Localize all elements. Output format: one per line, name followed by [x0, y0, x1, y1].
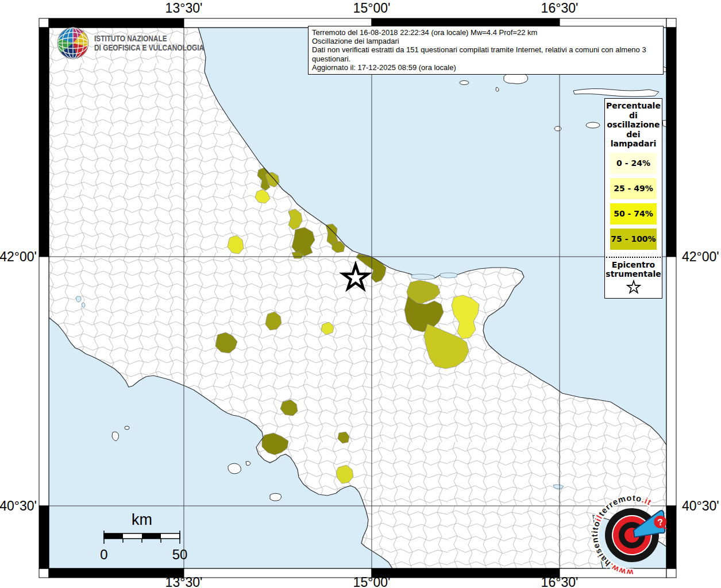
- island-ischia: [228, 463, 241, 474]
- axis-bottom-1630: 16°30': [541, 575, 579, 588]
- island-procida: [246, 461, 250, 465]
- earthquake-updated: Aggiornato il: 17-12-2025 08:59 (ora loc…: [312, 63, 660, 72]
- ingv-logo: ISTITUTO NAZIONALE DI GEOFISICA E VULCAN…: [56, 26, 228, 60]
- axis-right-4030: 40°30': [682, 498, 719, 513]
- axis-right-4200: 42°00': [682, 249, 719, 264]
- map-body: [49, 28, 678, 568]
- legend-class-25-49: 25 - 49%: [610, 178, 657, 199]
- legend-class-0-24: 0 - 24%: [610, 153, 657, 174]
- axis-left-4030: 40°30': [0, 498, 37, 513]
- scale-start-label: 0: [100, 547, 107, 562]
- axis-bottom-1330: 13°30': [165, 575, 203, 588]
- axis-top-1630: 16°30': [541, 1, 579, 16]
- legend-epicenter-star-icon: [626, 280, 641, 295]
- earthquake-effect: Oscillazione dei lampadari: [312, 37, 660, 45]
- legend-title: Percentuale di oscillazione dei lampadar…: [605, 99, 662, 149]
- legend-epicenter-label: Epicentro strumentale: [605, 260, 662, 278]
- axis-top-1500: 15°00': [353, 1, 391, 16]
- earthquake-title: Terremoto del 16-08-2018 22:22:34 (ora l…: [312, 28, 660, 37]
- legend-class-75-100: 75 - 100%: [610, 229, 657, 250]
- axis-left-4200: 42°00': [0, 249, 37, 264]
- scale-end-label: 50: [172, 547, 188, 562]
- earthquake-data-note: Dati non verificati estratti da 151 ques…: [312, 45, 660, 63]
- axis-top-1330: 13°30': [165, 1, 203, 16]
- earthquake-info-box: Terremoto del 16-08-2018 22:22:34 (ora l…: [308, 26, 664, 75]
- legend-divider: [606, 257, 661, 258]
- island-capri: [270, 493, 282, 501]
- ingv-globe-icon: [56, 26, 90, 60]
- ingv-name: ISTITUTO NAZIONALE DI GEOFISICA E VULCAN…: [94, 34, 204, 52]
- scale-unit-label: km: [132, 511, 152, 528]
- haisentitoilterremoto-map-page: 13°30' 15°00' 16°30' 13°30' 15°00' 16°30…: [0, 0, 721, 588]
- legend-box: Percentuale di oscillazione dei lampadar…: [604, 98, 662, 299]
- legend-class-50-74: 50 - 74%: [610, 203, 657, 225]
- axis-bottom-1500: 15°00': [353, 575, 391, 588]
